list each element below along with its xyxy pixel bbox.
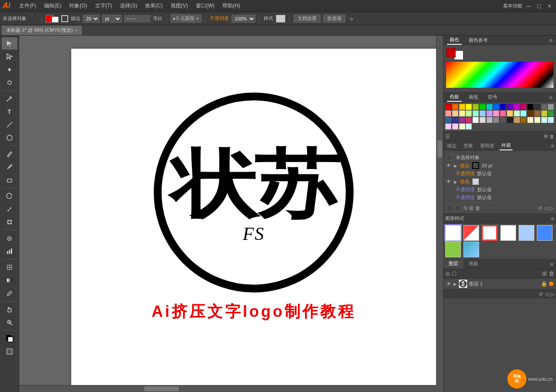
stroke-color-preview[interactable] (472, 162, 479, 169)
transparency-tab[interactable]: 透明度 (478, 142, 496, 150)
horizontal-scrollbar[interactable] (19, 385, 436, 392)
stroke-opacity-label[interactable]: 不透明度 (456, 170, 475, 177)
swatch-cell[interactable] (445, 117, 451, 123)
swatch-cell[interactable] (507, 117, 513, 123)
menu-select[interactable]: 选择(S) (116, 1, 141, 10)
fill-appear-label[interactable]: 填色 (460, 179, 470, 185)
layer-1-row[interactable]: 👁 ▶ 状苏 图层 1 🔒 (443, 279, 556, 289)
layer-expand-icon[interactable]: ▶ (453, 282, 457, 286)
layers-nav1-btn[interactable]: ◁ (545, 291, 549, 297)
new-layer-btn[interactable]: ⊞ (542, 270, 547, 277)
swatch-cell[interactable] (486, 117, 493, 123)
graphic-style-swatch[interactable] (463, 242, 479, 257)
eye-stroke-icon[interactable]: 👁 (446, 163, 451, 169)
swatch-cell[interactable] (500, 110, 506, 116)
swatch-cell[interactable] (466, 123, 472, 130)
layers-refresh-btn[interactable]: ↺ (539, 291, 543, 297)
swatch-cell[interactable] (486, 104, 493, 110)
color-tab[interactable]: 颜色 (447, 36, 462, 45)
line-tool-button[interactable] (2, 119, 17, 131)
foreground-color[interactable] (446, 48, 456, 57)
swatch-cell[interactable] (527, 117, 533, 123)
graphic-style-swatch[interactable] (537, 225, 553, 241)
swatch-cell[interactable] (493, 104, 499, 110)
gradient-tool-button[interactable] (2, 274, 17, 286)
ellipse-tool-button[interactable] (2, 132, 17, 144)
swatch-cell[interactable] (480, 104, 486, 110)
appear-tool-1[interactable] (446, 205, 453, 212)
stroke-width-input[interactable]: 20 10 5 1 (83, 15, 99, 23)
stroke-appear-label[interactable]: 描边 (460, 163, 470, 169)
swatch-cell[interactable] (452, 123, 458, 130)
graphic-style-swatch[interactable] (519, 225, 534, 241)
delete-swatch-btn[interactable]: 🗑 (549, 134, 554, 139)
swatch-cell[interactable] (459, 110, 465, 116)
fill-stroke-button[interactable] (2, 332, 17, 345)
symbols-tab[interactable]: 符号 (485, 93, 500, 101)
zoom-tool-button[interactable] (2, 316, 17, 329)
swatch-cell[interactable] (507, 110, 513, 116)
menu-edit[interactable]: 编辑(E) (40, 1, 65, 10)
swatch-cell[interactable] (466, 110, 472, 116)
eye-fill-icon[interactable]: 👁 (446, 179, 451, 185)
scale-tool-button[interactable]: ⤢ (2, 203, 17, 215)
swatch-cell[interactable] (459, 117, 465, 123)
swatch-cell[interactable] (500, 104, 506, 110)
color-gradient-picker[interactable] (446, 62, 553, 88)
new-swatch-btn[interactable]: ⊞ (544, 133, 548, 139)
graphic-style-swatch[interactable] (500, 225, 516, 241)
swatch-cell[interactable] (445, 104, 451, 110)
swatch-cell[interactable] (473, 117, 479, 123)
appear-refresh-btn[interactable]: ↺ (538, 205, 542, 211)
swatch-cell[interactable] (514, 117, 520, 123)
stroke-unit-select[interactable]: pt px mm (102, 15, 122, 23)
swatch-cell[interactable] (486, 110, 493, 116)
graphic-style-swatch[interactable] (445, 225, 461, 241)
appear-panel-menu-icon[interactable]: ≡ (551, 143, 554, 149)
swatch-cell[interactable] (466, 117, 472, 123)
minimize-button[interactable]: ─ (525, 2, 533, 10)
swatch-cell[interactable] (459, 104, 465, 110)
fill-color-preview[interactable] (472, 178, 479, 185)
appear-nav1-btn[interactable]: ◁ (544, 205, 548, 211)
swatch-cell[interactable] (541, 117, 547, 123)
graphic-style-swatch[interactable] (445, 242, 461, 257)
layer-name-label[interactable]: 图层 1 (469, 281, 539, 287)
menu-view[interactable]: 视图(V) (167, 1, 192, 10)
fill-color-box[interactable] (52, 17, 59, 23)
menu-object[interactable]: 对象(O) (66, 1, 90, 10)
graph-tool-button[interactable] (2, 245, 17, 257)
swatches-tab[interactable]: 色板 (447, 93, 462, 102)
swatch-cell[interactable] (514, 104, 520, 110)
swatch-cell[interactable] (500, 117, 506, 123)
swatch-cell[interactable] (480, 117, 486, 123)
global-opacity-label[interactable]: 不透明度 (456, 194, 475, 201)
opacity-select[interactable]: 100% 75% 50% 25% (232, 15, 255, 23)
make-clip-mask-btn[interactable]: ⬡ (452, 270, 457, 277)
change-screen-button[interactable] (2, 345, 17, 358)
swatch-cell[interactable] (527, 104, 533, 110)
tab-close-button[interactable]: × (75, 28, 78, 33)
swatch-cell[interactable] (466, 104, 472, 110)
swatch-cell[interactable] (541, 110, 547, 116)
fill-opacity-label[interactable]: 不透明度 (456, 186, 475, 193)
mesh-tool-button[interactable] (2, 261, 17, 273)
rotate-tool-button[interactable] (2, 190, 17, 202)
type-tool-button[interactable]: T (2, 106, 17, 118)
appear-delete-btn[interactable]: 🗑 (475, 205, 480, 211)
menu-effect[interactable]: 效果(C) (142, 1, 166, 10)
menu-file[interactable]: 文件(F) (16, 1, 40, 10)
swatch-cell[interactable] (452, 117, 458, 123)
symbol-sprayer-button[interactable]: ⊛ (2, 232, 17, 244)
appear-copy-btn[interactable]: ⊞ (469, 205, 473, 211)
preferences-button[interactable]: 首选项 (323, 14, 345, 23)
transform-tab[interactable]: 变换 (462, 142, 475, 150)
swatch-cell[interactable] (452, 104, 458, 110)
graphic-style-swatch[interactable] (482, 225, 497, 241)
appear-fx-btn[interactable]: fx (463, 205, 467, 211)
appear-tool-2[interactable] (455, 205, 462, 212)
stroke-line-style[interactable]: ─── (124, 15, 150, 22)
options-expand-icon[interactable]: » (350, 15, 353, 22)
close-button[interactable]: × (546, 2, 553, 10)
pencil-tool-button[interactable] (2, 148, 17, 160)
